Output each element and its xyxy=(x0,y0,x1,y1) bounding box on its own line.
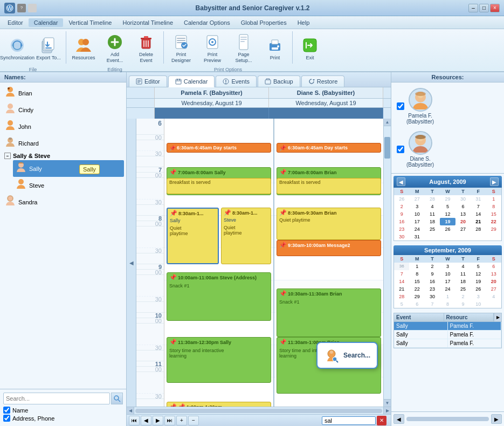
horizontal-scroll[interactable]: ◀ ▶ xyxy=(127,407,391,414)
mini-day[interactable]: 18 xyxy=(425,218,440,225)
name-item-john[interactable]: John xyxy=(2,118,124,135)
name-item-sally[interactable]: Sally xyxy=(13,160,124,177)
mini-day[interactable]: 8 xyxy=(486,203,501,210)
mini-day[interactable]: 30 xyxy=(455,195,471,203)
add-event-button[interactable]: Add Event... xyxy=(100,31,130,66)
mini-day-today[interactable]: 19 xyxy=(440,218,455,225)
name-item-sandra[interactable]: Sandra xyxy=(2,194,124,210)
mini-day[interactable]: 23 xyxy=(394,225,409,233)
mini-day[interactable]: 2 xyxy=(394,203,409,210)
maximize-button[interactable]: □ xyxy=(479,4,489,12)
nav-add-button[interactable]: + xyxy=(176,416,187,425)
mini-day[interactable]: 15 xyxy=(409,278,424,285)
mini-day[interactable]: 17 xyxy=(440,278,455,285)
mini-day[interactable]: 24 xyxy=(440,285,455,293)
mini-day[interactable]: 7 xyxy=(394,270,409,278)
page-setup-button[interactable]: Page Setup... xyxy=(229,31,259,66)
pamela-event-steve-quiet[interactable]: 📌 8:30am-1... Steve Quiet playtime xyxy=(221,208,271,264)
delete-event-button[interactable]: Delete Event xyxy=(131,31,161,66)
resources-button[interactable]: Resources xyxy=(68,31,99,66)
mini-day[interactable]: 21 xyxy=(471,218,486,225)
mini-day[interactable]: 29 xyxy=(440,195,455,203)
mini-day[interactable]: 25 xyxy=(425,225,440,233)
mini-day[interactable]: 14 xyxy=(394,278,409,285)
nav-last-button[interactable]: ⏭ xyxy=(164,416,175,425)
mini-day[interactable]: 26 xyxy=(394,195,409,203)
name-item-richard[interactable]: Richard xyxy=(2,135,124,152)
menu-global-properties[interactable]: Global Properties xyxy=(236,18,292,27)
mini-day[interactable]: 19 xyxy=(471,278,486,285)
diane-event-breakfast[interactable]: Breakfast is served xyxy=(277,178,381,194)
event-scroll-btn[interactable]: ▶ xyxy=(494,313,501,321)
mini-day[interactable]: 13 xyxy=(486,270,501,278)
address-checkbox[interactable] xyxy=(3,415,10,422)
mini-day[interactable]: 9 xyxy=(425,270,440,278)
mini-day[interactable]: 9 xyxy=(455,300,471,308)
diane-event-day-starts[interactable]: 📌 6:30am-6:45am Day starts xyxy=(277,143,381,153)
pamela-event-breakfast[interactable]: Breakfast is served xyxy=(167,178,271,194)
mini-day[interactable]: 30 xyxy=(394,233,409,241)
tab-backup[interactable]: Backup xyxy=(258,75,300,87)
mini-day[interactable]: 16 xyxy=(394,218,409,225)
mini-day[interactable]: 26 xyxy=(471,285,486,293)
name-item-sally-steve-group[interactable]: − Sally & Steve xyxy=(2,152,124,160)
pamela-event-steve-address[interactable]: 📌 10:00am-11:00am Steve (Address) Snack … xyxy=(167,272,271,321)
mini-day[interactable]: 5 xyxy=(394,300,409,308)
mini-cal-next-button[interactable]: ▶ xyxy=(490,177,499,186)
mini-day[interactable]: 8 xyxy=(440,300,455,308)
mini-day[interactable]: 24 xyxy=(409,225,424,233)
mini-day[interactable]: 29 xyxy=(409,293,424,300)
diane-event-message2[interactable]: 📌 9:30am-10:00am Message2 xyxy=(277,240,381,256)
mini-day[interactable]: 30 xyxy=(425,293,440,300)
mini-day[interactable]: 4 xyxy=(486,293,501,300)
mini-day[interactable]: 3 xyxy=(440,263,455,270)
resource-pamela-checkbox[interactable] xyxy=(397,102,404,110)
mini-day[interactable]: 10 xyxy=(440,270,455,278)
name-item-brian[interactable]: Brian xyxy=(2,85,124,101)
pamela-event-sally-quiet[interactable]: 📌 8:30am-1... Sally Quiet playtime xyxy=(167,208,219,264)
mini-day[interactable]: 22 xyxy=(409,285,424,293)
mini-day[interactable]: 17 xyxy=(409,218,424,225)
mini-cal-prev-button[interactable]: ◀ xyxy=(397,177,405,186)
nav-first-button[interactable]: ⏮ xyxy=(129,416,140,425)
event-table-row[interactable]: Sally Pamela F. xyxy=(394,331,501,339)
tab-calendar[interactable]: Calendar xyxy=(168,75,215,87)
mini-day[interactable]: 16 xyxy=(425,278,440,285)
nav-next-button[interactable]: ▶ xyxy=(153,416,163,425)
mini-day[interactable]: 29 xyxy=(486,225,501,233)
print-designer-button[interactable]: Print Designer xyxy=(166,31,196,66)
mini-day[interactable]: 6 xyxy=(486,263,501,270)
exit-button[interactable]: Exit xyxy=(295,31,325,66)
mini-day[interactable]: 14 xyxy=(471,210,486,218)
right-scroll-left[interactable]: ◀ xyxy=(393,414,404,424)
mini-day[interactable]: 31 xyxy=(471,195,486,203)
mini-day[interactable]: 1 xyxy=(409,263,424,270)
mini-day[interactable]: 6 xyxy=(409,300,424,308)
mini-day[interactable]: 26 xyxy=(440,225,455,233)
mini-day[interactable]: 12 xyxy=(471,270,486,278)
mini-day[interactable]: 27 xyxy=(486,285,501,293)
scroll-left-btn[interactable]: ◀ xyxy=(127,119,136,407)
mini-day[interactable]: 10 xyxy=(471,300,486,308)
mini-day[interactable]: 3 xyxy=(409,203,424,210)
mini-day[interactable]: 4 xyxy=(425,203,440,210)
mini-day[interactable]: 18 xyxy=(455,278,471,285)
mini-day[interactable]: 27 xyxy=(409,195,424,203)
bottom-search-clear-button[interactable]: ✕ xyxy=(377,416,386,425)
close-button[interactable]: × xyxy=(490,4,500,12)
mini-day[interactable]: 11 xyxy=(425,210,440,218)
pamela-event-sally-story[interactable]: 📌 11:30am-12:30pm Sally Story time and i… xyxy=(167,337,271,383)
menu-horizontal-timeline[interactable]: Horizontal Timeline xyxy=(117,18,178,27)
mini-day[interactable]: 23 xyxy=(425,285,440,293)
mini-day[interactable]: 20 xyxy=(486,278,501,285)
menu-calendar-options[interactable]: Calendar Options xyxy=(178,18,236,27)
mini-day[interactable]: 22 xyxy=(486,218,501,225)
name-item-cindy[interactable]: Cindy xyxy=(2,101,124,118)
print-button[interactable]: Print xyxy=(260,31,290,66)
mini-day[interactable]: 5 xyxy=(440,203,455,210)
mini-day[interactable]: 13 xyxy=(455,210,471,218)
print-preview-button[interactable]: Print Preview xyxy=(197,31,227,66)
mini-day[interactable]: 7 xyxy=(471,203,486,210)
event-table-row[interactable]: Sally Pamela F. xyxy=(394,339,501,348)
mini-day[interactable]: 9 xyxy=(394,210,409,218)
